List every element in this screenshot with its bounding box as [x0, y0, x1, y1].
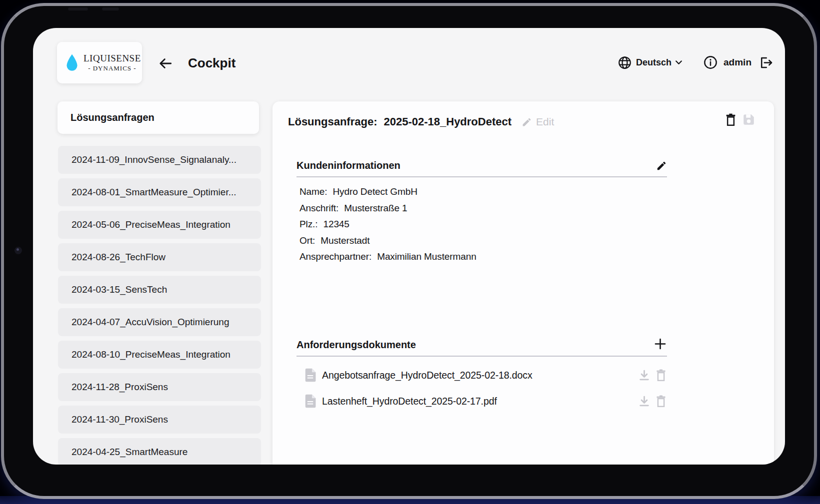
logo-line2: - DYNAMICS - [88, 64, 136, 72]
delete-document-button[interactable] [655, 369, 667, 382]
app-logo: LIQUISENSE - DYNAMICS - [57, 42, 142, 83]
pencil-icon [522, 117, 532, 127]
download-icon [638, 395, 650, 408]
tablet-top-button [102, 7, 119, 10]
documents-section: Anforderungsdokumente [296, 337, 667, 414]
list-item-request[interactable]: 2024-04-25_SmartMeasure [58, 438, 261, 465]
plus-icon [654, 337, 667, 351]
document-actions [638, 369, 667, 382]
customer-field: Anschrift:Musterstraße 1 [300, 200, 667, 217]
header-right-cluster: Deutsch admin [618, 54, 772, 71]
customer-section: Kundeninformationen Name:Hydro Detect Gm… [296, 160, 667, 265]
tablet-front-camera [14, 247, 22, 254]
customer-field: Plz.:12345 [300, 216, 667, 233]
list-item-request[interactable]: 2024-04-07_AccuVision_Optimierung [58, 308, 261, 336]
edit-label: Edit [536, 116, 554, 128]
list-item-request[interactable]: 2024-08-26_TechFlow [58, 243, 261, 271]
pencil-icon [656, 160, 667, 171]
language-label: Deutsch [636, 57, 672, 68]
detail-title-label: Lösungsanfrage: [288, 115, 377, 128]
request-list: 2024-11-09_InnovSense_Signalanaly... 202… [58, 146, 261, 465]
list-item-request[interactable]: 2024-11-28_ProxiSens [58, 373, 261, 401]
detail-title-value: 2025-02-18_HydroDetect [384, 115, 512, 128]
logout-button[interactable] [758, 55, 772, 70]
field-value: 12345 [323, 219, 349, 229]
logout-icon [758, 55, 772, 70]
list-item-request[interactable]: 2024-03-15_SensTech [58, 276, 261, 304]
document-row: Angebotsanfrage_HydroDetect_2025-02-18.d… [296, 362, 667, 388]
documents-section-title: Anforderungsdokumente [296, 339, 416, 351]
back-arrow-icon [158, 56, 173, 71]
file-icon [304, 368, 316, 382]
divider [296, 356, 667, 357]
list-item-request[interactable]: 2024-08-01_SmartMeasure_Optimier... [58, 178, 261, 206]
delete-request-button[interactable] [724, 113, 737, 126]
divider [296, 176, 667, 177]
file-icon [304, 394, 316, 408]
field-label: Anschrift: [300, 203, 338, 213]
customer-field: Ansprechpartner:Maximilian Mustermann [300, 249, 667, 265]
list-item-request[interactable]: 2024-11-09_InnovSense_Signalanaly... [58, 146, 261, 174]
save-icon [742, 112, 756, 127]
tablet-top-button [68, 7, 88, 10]
customer-field: Ort:Musterstadt [300, 233, 667, 249]
download-document-button[interactable] [638, 369, 650, 382]
globe-icon [618, 56, 632, 69]
document-name: Angebotsanfrage_HydroDetect_2025-02-18.d… [322, 370, 532, 381]
customer-section-title: Kundeninformationen [296, 160, 400, 171]
info-icon [704, 55, 718, 69]
list-item-request[interactable]: 2024-05-06_PreciseMeas_Integration [58, 211, 261, 239]
field-label: Ansprechpartner: [300, 251, 372, 262]
customer-field: Name:Hydro Detect GmbH [300, 184, 667, 200]
info-button[interactable] [704, 55, 718, 69]
list-item-request[interactable]: 2024-08-10_PreciseMeas_Integration [58, 341, 261, 369]
field-value: Musterstadt [320, 235, 370, 246]
page-title: Cockpit [188, 55, 236, 71]
customer-fields: Name:Hydro Detect GmbH Anschrift:Musters… [296, 184, 667, 265]
chevron-down-icon [675, 60, 682, 65]
detail-actions [724, 112, 756, 127]
download-document-button[interactable] [638, 395, 650, 408]
document-row: Lastenheft_HydroDetect_2025-02-17.pdf [296, 388, 667, 414]
sidebar-title: Lösungsanfragen [58, 101, 259, 134]
field-value: Hydro Detect GmbH [332, 186, 417, 197]
trash-icon [655, 369, 667, 382]
detail-panel: Lösungsanfrage: 2025-02-18_HydroDetect E… [272, 101, 774, 465]
field-label: Name: [300, 186, 327, 197]
save-request-button[interactable] [742, 112, 756, 127]
app-screen: LIQUISENSE - DYNAMICS - Cockpit Deutsch [33, 28, 785, 465]
edit-title-button[interactable]: Edit [522, 116, 554, 128]
edit-customer-button[interactable] [656, 160, 667, 171]
water-drop-icon [65, 53, 79, 72]
username-label: admin [724, 57, 752, 68]
delete-document-button[interactable] [655, 395, 667, 408]
trash-icon [724, 113, 737, 126]
trash-icon [655, 395, 667, 408]
field-label: Plz.: [300, 219, 318, 229]
logo-line1: LIQUISENSE [84, 53, 141, 64]
logo-text: LIQUISENSE - DYNAMICS - [84, 53, 141, 72]
download-icon [638, 369, 650, 382]
document-list: Angebotsanfrage_HydroDetect_2025-02-18.d… [296, 362, 667, 414]
field-value: Musterstraße 1 [344, 203, 407, 213]
back-button[interactable] [157, 55, 174, 72]
document-name: Lastenheft_HydroDetect_2025-02-17.pdf [322, 396, 497, 407]
language-selector[interactable]: Deutsch [618, 56, 682, 69]
field-value: Maximilian Mustermann [377, 251, 476, 262]
list-item-request[interactable]: 2024-11-30_ProxiSens [58, 406, 261, 434]
detail-title-row: Lösungsanfrage: 2025-02-18_HydroDetect E… [288, 115, 554, 128]
add-document-button[interactable] [654, 337, 667, 351]
document-actions [638, 395, 667, 408]
field-label: Ort: [300, 235, 315, 246]
